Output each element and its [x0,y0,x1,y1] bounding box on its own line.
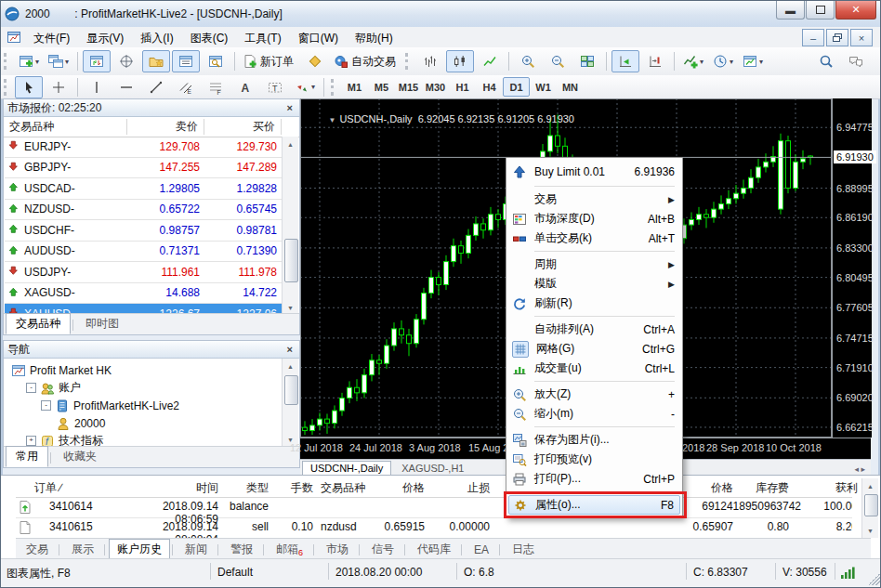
timeframe-mn-button[interactable]: MN [557,77,584,97]
line-mode-button[interactable] [476,50,504,72]
new-chart-button[interactable]: ▾ [15,50,43,72]
menu-item-2[interactable]: 显示(V) [78,30,132,46]
terminal-tab-9[interactable]: 代码库 [409,539,459,560]
terminal-tab-8[interactable]: 信号 [363,539,402,560]
context-menu-item-3[interactable]: 交易▶ [506,189,682,209]
new-order-button[interactable]: 新订单 [240,50,299,72]
market-watch-row[interactable]: USDCAD-1.298051.29828 [5,178,284,200]
tile-windows-button[interactable] [573,50,601,72]
toolbar-grip[interactable] [4,53,9,70]
restore-button[interactable] [806,1,835,20]
menu-item-6[interactable]: 窗口(W) [290,30,347,46]
one-click-caret-icon[interactable]: ▼ [328,116,335,124]
terminal-scrollbar[interactable]: ▲ ▼ [861,478,878,538]
market-watch-button[interactable] [83,50,111,72]
context-menu-item-15[interactable]: 放大(Z)+ [506,385,682,404]
context-menu-item-5[interactable]: 单击交易(k)Alt+T [506,229,682,248]
menu-item-5[interactable]: 工具(T) [236,30,289,46]
terminal-column-7[interactable]: 止损 [428,478,490,497]
horizontal-line-button[interactable] [112,76,140,98]
candles-mode-button[interactable] [446,50,474,72]
templates-button[interactable]: ▾ [739,50,767,72]
market-watch-row[interactable]: USDJPY-111.961111.978 [5,262,284,283]
context-menu-item-16[interactable]: 缩小(m)- [506,404,682,424]
market-watch-row[interactable]: AUDUSD-0.713710.71390 [5,242,284,263]
chart-shift-button[interactable] [641,50,669,72]
expand-box[interactable]: - [26,383,36,393]
autoscroll-button[interactable] [611,50,639,72]
context-menu-item-20[interactable]: 打印(P)...Ctrl+P [506,469,682,489]
chart-tab-2[interactable]: XAGUSD-,H1 [393,461,472,476]
text-a-button[interactable]: A [231,76,259,98]
menu-item-4[interactable]: 图表(C) [182,30,237,46]
terminal-tab-3[interactable]: 账户历史 [109,539,170,560]
market-watch-row[interactable]: XAGUSD-14.68814.722 [5,283,284,305]
context-menu-item-18[interactable]: 保存为图片(i)... [506,430,682,450]
chart-tab-1[interactable]: USDCNH-,Daily [302,461,391,476]
terminal-column-6[interactable]: 价格 [378,478,425,497]
channel-button[interactable]: E [172,76,200,98]
context-menu-item-19[interactable]: 打印预览(v) [506,450,682,469]
timeframe-h4-button[interactable]: H4 [476,77,503,97]
market-watch-row[interactable]: USDCHF-0.987570.98781 [5,220,284,242]
market-watch-row[interactable]: NZDUSD-0.657220.65745 [5,200,284,221]
fibonacci-button[interactable]: F [202,76,230,98]
terminal-row-2[interactable]: 34106152018.09.14 08:08:04sell0.10nzdusd… [16,517,852,538]
zoom-out-button[interactable] [544,50,572,72]
terminal-tab-1[interactable]: 交易 [18,539,57,560]
terminal-column-1[interactable]: 订单 ∕ [34,478,120,497]
toolbar-grip[interactable] [331,79,336,96]
timeframe-m5-button[interactable]: M5 [368,77,395,97]
terminal-column-10[interactable]: 获利 [802,478,858,497]
market-watch-tab-2[interactable]: 即时图 [75,313,129,334]
chat-button[interactable] [842,50,870,72]
context-menu-item-13[interactable]: 成交量(u)Ctrl+L [506,359,682,378]
status-profile[interactable]: Default [217,566,253,579]
menu-item-1[interactable]: 文件(F) [25,30,78,46]
search-button[interactable] [812,50,840,72]
market-watch-row[interactable]: EURJPY-129.708129.730 [5,137,284,158]
bars-mode-button[interactable] [416,50,444,72]
terminal-button[interactable] [172,50,200,72]
context-menu-item-12[interactable]: 网格(G)Ctrl+G [506,339,682,359]
context-menu-item-8[interactable]: 模版▶ [506,274,682,294]
terminal-column-3[interactable]: 类型 [222,478,269,497]
terminal-column-4[interactable]: 手数 [272,478,313,497]
tree-item-3[interactable]: -ProfitMarketHK-Live2 [6,397,299,414]
terminal-column-2[interactable]: 时间 [120,478,218,497]
navigator-tab-1[interactable]: 常用 [6,446,48,467]
terminal-column-9[interactable]: 库存费 [735,478,789,497]
terminal-column-5[interactable]: 交易品种 [321,478,386,497]
tree-item-2[interactable]: -账户 [6,379,299,397]
close-button[interactable]: ✕ [835,1,876,20]
market-watch-scrollbar[interactable]: ▲ ▼ [282,137,298,315]
vertical-line-button[interactable] [83,76,111,98]
timeframe-w1-button[interactable]: W1 [530,77,557,97]
strategy-tester-button[interactable] [202,50,230,72]
chart-tab-scroll-arrows[interactable]: ◂ ▸ [854,464,865,474]
menu-item-7[interactable]: 帮助(H) [347,30,401,46]
crosshair-button[interactable] [45,76,72,98]
market-watch-tab-1[interactable]: 交易品种 [6,313,71,334]
timeframe-h1-button[interactable]: H1 [449,77,476,97]
terminal-tab-2[interactable]: 展示 [63,539,102,560]
market-watch-close-icon[interactable]: × [284,102,296,113]
terminal-tab-6[interactable]: 邮箱6 [268,539,311,560]
toolbar-grip[interactable] [405,53,411,70]
timeframe-m1-button[interactable]: M1 [341,77,368,97]
child-restore-button[interactable] [826,29,848,46]
timeframe-m15-button[interactable]: M15 [395,77,422,97]
zoom-in-button[interactable] [514,50,542,72]
column-bid[interactable]: 卖价 [127,119,204,135]
market-watch-row[interactable]: GBPJPY-147.255147.289 [5,158,284,179]
arrows-tool-button[interactable]: ▾ [291,76,319,98]
terminal-tab-11[interactable]: 日志 [504,539,543,560]
navigator-close-icon[interactable]: × [284,344,296,355]
indicators-add-button[interactable]: ▾ [679,50,707,72]
tree-item-1[interactable]: Profit Market HK [6,361,299,379]
navigator-button[interactable] [142,50,170,72]
terminal-column-8[interactable]: 价格 [687,478,733,497]
terminal-tab-4[interactable]: 新闻 [177,539,216,560]
terminal-tab-10[interactable]: EA [466,541,497,559]
trendline-button[interactable] [142,76,170,98]
